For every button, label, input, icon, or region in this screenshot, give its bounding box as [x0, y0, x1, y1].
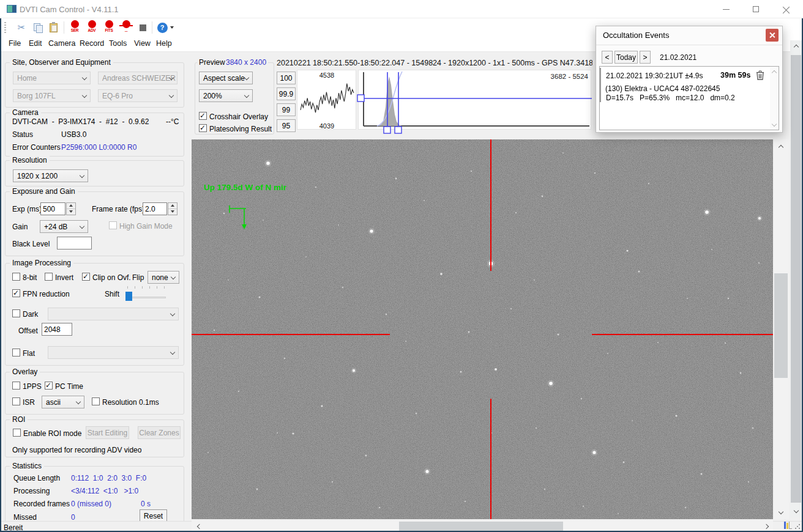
percentile-95-button[interactable]: 95 [277, 119, 296, 132]
zoom-select[interactable]: 200% [199, 89, 253, 102]
menu-tools[interactable]: Tools [109, 39, 127, 48]
scroll-down-arrow[interactable] [791, 505, 801, 515]
cursor-high-handle[interactable] [395, 127, 402, 133]
today-button[interactable]: Today [614, 51, 638, 64]
record-sequence-button[interactable]: ... [119, 20, 133, 35]
image-viewport[interactable]: Up 179.5d W of N mir [192, 139, 773, 519]
start-editing-button[interactable]: Start Editing [86, 426, 129, 439]
dark-select[interactable] [48, 308, 179, 320]
flat-checkbox[interactable] [12, 349, 20, 357]
fps-stepper[interactable] [168, 202, 177, 215]
high-gain-checkbox[interactable] [109, 221, 117, 229]
telescope-select[interactable]: Borg 107FL [13, 89, 91, 102]
crosshair-checkbox[interactable] [199, 112, 207, 120]
scroll-up-arrow[interactable] [775, 142, 786, 152]
platesolve-checkbox[interactable] [199, 124, 207, 132]
black-level-input[interactable] [57, 237, 92, 249]
occultation-close-button[interactable] [766, 29, 779, 42]
observer-select[interactable]: Andreas SCHWEIZER [98, 72, 177, 84]
resize-grip[interactable] [794, 523, 801, 530]
scroll-up-arrow[interactable] [769, 67, 779, 78]
toolbar-grip[interactable] [4, 22, 6, 33]
exp-stepper[interactable] [66, 202, 76, 215]
cut-icon[interactable]: ✂ [15, 20, 28, 35]
level-line-handle[interactable] [357, 95, 364, 102]
image-vscrollbar[interactable] [773, 139, 789, 519]
mount-select[interactable]: EQ-6 Pro [98, 89, 177, 102]
1pps-checkbox[interactable] [12, 382, 20, 390]
frame-info: 20210221 18:50:21.550-18:50:22.047 - 154… [277, 59, 592, 67]
help-dropdown[interactable] [169, 20, 175, 35]
event-list: 21.02.2021 19:30:21UT ±4.9s 39m 59s (130… [599, 66, 779, 130]
shift-label: Shift [105, 290, 119, 298]
flip-select[interactable]: none [148, 271, 179, 284]
8bit-label: 8-bit [23, 273, 37, 282]
fpn-checkbox[interactable] [12, 289, 20, 297]
fps-label: Frame rate (fps) [92, 205, 144, 213]
menu-edit[interactable]: Edit [29, 39, 42, 48]
percentile-999-button[interactable]: 99.9 [277, 87, 296, 100]
menu-help[interactable]: Help [156, 39, 172, 48]
dark-checkbox[interactable] [12, 309, 20, 317]
invert-checkbox[interactable] [45, 273, 53, 281]
pctime-label: PC Time [55, 382, 83, 391]
trash-icon[interactable] [756, 70, 764, 80]
stop-button[interactable] [136, 20, 149, 35]
resolution-select[interactable]: 1920 x 1200 [13, 169, 88, 182]
vscroll-thumb[interactable] [774, 273, 788, 378]
gain-select[interactable]: +24 dB [40, 220, 88, 233]
reset-button[interactable]: Reset [140, 509, 167, 522]
scale-mode-select[interactable]: Aspect scale [199, 72, 253, 84]
copy-icon[interactable] [31, 20, 44, 35]
record-adv-button[interactable]: ADV [84, 20, 99, 35]
isr-mode-select[interactable]: ascii [42, 396, 84, 408]
event-list-item[interactable]: 21.02.2021 19:30:21UT ±4.9s 39m 59s (130… [600, 67, 771, 105]
clip-checkbox[interactable] [82, 273, 90, 281]
percentile-99-button[interactable]: 99 [277, 103, 296, 116]
menu-file[interactable]: File [9, 39, 21, 48]
stat-label: Queue Length [13, 474, 60, 482]
pctime-checkbox[interactable] [45, 382, 53, 390]
scroll-right-arrow[interactable] [761, 521, 771, 531]
8bit-checkbox[interactable] [12, 273, 20, 281]
resolution01-checkbox[interactable] [92, 397, 100, 405]
clip-label: Clip on Ovf. [92, 273, 131, 282]
maximize-button[interactable] [742, 0, 770, 18]
fps-input[interactable] [143, 202, 167, 215]
minimize-button[interactable] [712, 0, 740, 18]
cursor-low-handle[interactable] [384, 127, 390, 133]
exp-input[interactable] [40, 202, 65, 215]
scroll-down-arrow[interactable] [769, 119, 779, 129]
roi-enable-checkbox[interactable] [13, 429, 21, 437]
menu-view[interactable]: View [134, 39, 151, 48]
chevron-down-icon [82, 93, 87, 98]
close-button[interactable] [772, 0, 801, 18]
event-list-scrollbar[interactable] [770, 67, 779, 130]
record-fits-button[interactable]: FITS [102, 20, 116, 35]
error-counters-label: Error Counters [12, 143, 61, 152]
paste-icon[interactable] [47, 20, 60, 35]
percentile-100-button[interactable]: 100 [277, 72, 296, 84]
hscroll-thumb[interactable] [399, 522, 563, 531]
prev-day-button[interactable]: < [602, 51, 613, 64]
app-vscroll-thumb[interactable] [791, 55, 801, 503]
close-icon [783, 6, 790, 13]
stat-label: Processing [13, 487, 50, 495]
help-button[interactable]: ? [155, 20, 169, 35]
app-vscrollbar[interactable] [790, 40, 802, 517]
histogram-panel: 3682 - 5524 [358, 70, 591, 130]
clear-zones-button[interactable]: Clear Zones [138, 426, 181, 439]
next-day-button[interactable]: > [640, 51, 651, 64]
menu-record[interactable]: Record [80, 39, 104, 48]
scroll-up-arrow[interactable] [791, 42, 801, 52]
flat-select[interactable] [48, 346, 179, 359]
menu-camera[interactable]: Camera [48, 39, 75, 48]
record-ser-button[interactable]: SER [67, 20, 82, 35]
offset-input[interactable] [42, 323, 72, 336]
isr-checkbox[interactable] [12, 397, 20, 405]
scroll-left-arrow[interactable] [194, 521, 204, 531]
group-overlay: Overlay [5, 372, 184, 415]
scroll-down-arrow[interactable] [775, 506, 786, 517]
shift-slider-handle[interactable] [125, 292, 132, 301]
site-select[interactable]: Home [13, 72, 91, 84]
